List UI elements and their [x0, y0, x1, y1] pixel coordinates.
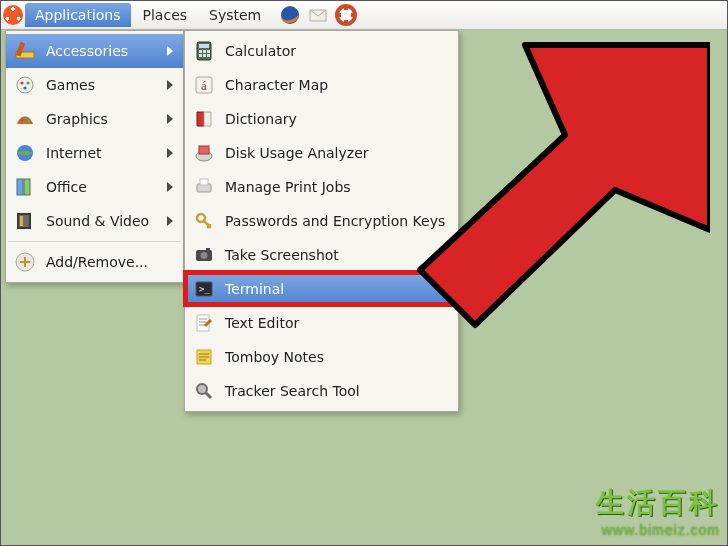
menu-item-graphics[interactable]: Graphics — [6, 102, 183, 136]
applications-menu: Accessories Games Graphics Internet Offi… — [5, 30, 184, 283]
terminal-icon — [193, 278, 215, 300]
menu-item-label: Games — [46, 77, 157, 93]
menu-item-label: Graphics — [46, 111, 157, 127]
submenu-item-tracker[interactable]: Tracker Search Tool — [185, 374, 458, 408]
submenu-arrow-icon — [167, 182, 173, 192]
menu-item-accessories[interactable]: Accessories — [6, 34, 183, 68]
menu-item-internet[interactable]: Internet — [6, 136, 183, 170]
calculator-icon — [193, 40, 215, 62]
menu-item-label: Terminal — [225, 281, 448, 297]
submenu-item-terminal[interactable]: Terminal — [185, 272, 458, 306]
menu-item-label: Tracker Search Tool — [225, 383, 448, 399]
submenu-item-screenshot[interactable]: Take Screenshot — [185, 238, 458, 272]
panel-menu-system[interactable]: System — [199, 3, 271, 27]
menu-item-games[interactable]: Games — [6, 68, 183, 102]
firefox-icon[interactable] — [279, 4, 301, 26]
menu-item-label: Sound & Video — [46, 213, 157, 229]
menu-item-label: Tomboy Notes — [225, 349, 448, 365]
keys-icon — [193, 210, 215, 232]
submenu-item-disk-usage[interactable]: Disk Usage Analyzer — [185, 136, 458, 170]
add-remove-icon — [14, 251, 36, 273]
top-panel: Applications Places System — [0, 0, 728, 30]
menu-item-label: Character Map — [225, 77, 448, 93]
watermark: 生活百科 www.bimeiz.com — [596, 484, 720, 538]
printer-icon — [193, 176, 215, 198]
menu-item-label: Passwords and Encryption Keys — [225, 213, 448, 229]
submenu-item-print-jobs[interactable]: Manage Print Jobs — [185, 170, 458, 204]
menu-item-add-remove[interactable]: Add/Remove... — [6, 245, 183, 279]
submenu-item-calculator[interactable]: Calculator — [185, 34, 458, 68]
menu-item-office[interactable]: Office — [6, 170, 183, 204]
panel-menu-places[interactable]: Places — [133, 3, 198, 27]
menu-item-label: Internet — [46, 145, 157, 161]
evolution-mail-icon[interactable] — [307, 4, 329, 26]
submenu-arrow-icon — [167, 114, 173, 124]
submenu-item-dictionary[interactable]: Dictionary — [185, 102, 458, 136]
screenshot-icon — [193, 244, 215, 266]
graphics-icon — [14, 108, 36, 130]
submenu-arrow-icon — [167, 46, 173, 56]
menu-item-label: Add/Remove... — [46, 254, 173, 270]
office-icon — [14, 176, 36, 198]
tomboy-notes-icon — [193, 346, 215, 368]
menu-item-label: Accessories — [46, 43, 157, 59]
tracker-search-icon — [193, 380, 215, 402]
menu-item-label: Take Screenshot — [225, 247, 448, 263]
disk-usage-icon — [193, 142, 215, 164]
games-icon — [14, 74, 36, 96]
menu-item-label: Text Editor — [225, 315, 448, 331]
submenu-item-passwords-keys[interactable]: Passwords and Encryption Keys — [185, 204, 458, 238]
accessories-submenu: Calculator Character Map Dictionary Disk… — [184, 30, 459, 412]
submenu-arrow-icon — [167, 216, 173, 226]
menu-separator — [8, 241, 181, 242]
submenu-item-character-map[interactable]: Character Map — [185, 68, 458, 102]
watermark-title: 生活百科 — [596, 484, 720, 522]
submenu-arrow-icon — [167, 148, 173, 158]
menu-item-label: Dictionary — [225, 111, 448, 127]
sound-video-icon — [14, 210, 36, 232]
submenu-item-tomboy[interactable]: Tomboy Notes — [185, 340, 458, 374]
menu-item-label: Office — [46, 179, 157, 195]
submenu-item-text-editor[interactable]: Text Editor — [185, 306, 458, 340]
menu-item-label: Manage Print Jobs — [225, 179, 448, 195]
character-map-icon — [193, 74, 215, 96]
ubuntu-logo-icon — [3, 5, 23, 25]
dictionary-icon — [193, 108, 215, 130]
internet-icon — [14, 142, 36, 164]
menu-item-label: Disk Usage Analyzer — [225, 145, 448, 161]
help-icon[interactable] — [335, 4, 357, 26]
watermark-url: www.bimeiz.com — [596, 522, 720, 538]
submenu-arrow-icon — [167, 80, 173, 90]
accessories-icon — [14, 40, 36, 62]
text-editor-icon — [193, 312, 215, 334]
menu-item-label: Calculator — [225, 43, 448, 59]
menu-item-sound-video[interactable]: Sound & Video — [6, 204, 183, 238]
panel-menu-applications[interactable]: Applications — [25, 3, 131, 27]
